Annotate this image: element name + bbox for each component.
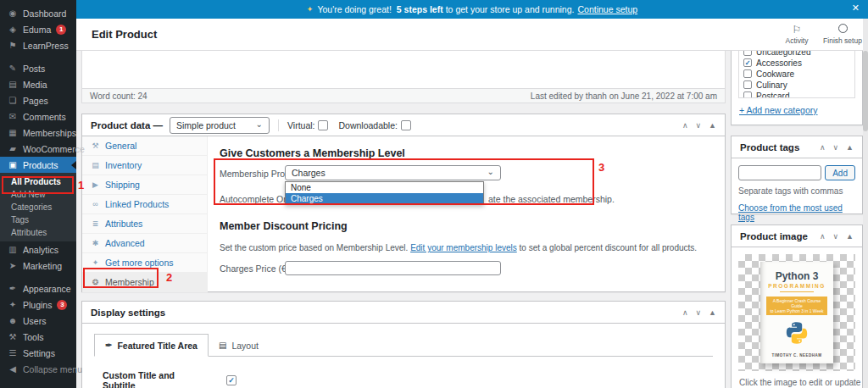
add-new-category-link[interactable]: + Add new category: [739, 105, 862, 115]
sidebar-item-learnpress[interactable]: ⚑LearnPress: [0, 37, 76, 53]
submenu-item-all-products[interactable]: All Products: [0, 175, 76, 188]
sidebar-item-media[interactable]: ▤Media: [0, 76, 76, 92]
tab-advanced[interactable]: ✱Advanced: [82, 234, 207, 253]
move-down-icon[interactable]: ∨: [832, 232, 838, 241]
submenu-item-tags[interactable]: Tags: [0, 213, 76, 226]
continue-setup-link[interactable]: Continue setup: [577, 4, 637, 14]
virtual-checkbox-label: Virtual:: [287, 120, 329, 130]
sidebar-item-plugins[interactable]: ✦Plugins3: [0, 297, 76, 313]
sidebar-item-marketing[interactable]: ➤Marketing: [0, 258, 76, 274]
sidebar-item-label: Eduma: [23, 25, 51, 35]
tab-layout[interactable]: ▤ Layout: [209, 334, 269, 357]
tab-attributes[interactable]: ≣Attributes: [82, 214, 207, 234]
move-down-icon[interactable]: ∨: [832, 143, 838, 152]
submenu-item-categories[interactable]: Categories: [0, 201, 76, 213]
postbox-controls: ∧ ∨ ▲: [820, 232, 854, 241]
toggle-panel-icon[interactable]: ▲: [709, 121, 716, 130]
membership-tab-content: Give Customers a Membership Level Member…: [208, 136, 725, 292]
sidebar-item-posts[interactable]: ✎Posts: [0, 60, 76, 76]
move-down-icon[interactable]: ∨: [695, 121, 701, 130]
category-checkbox[interactable]: [743, 80, 752, 89]
get-more-options-icon: ✦: [91, 258, 100, 267]
pages-icon: ❏: [8, 96, 18, 105]
charges-price-input[interactable]: [285, 261, 501, 275]
submenu-item-attributes[interactable]: Attributes: [0, 226, 76, 239]
flag-icon: ⚐: [775, 24, 819, 36]
product-categories-panel: Uncategorized Accessories Cookware Culin…: [731, 44, 863, 125]
tab-get-more-options[interactable]: ✦Get more options: [82, 253, 207, 273]
word-count: Word count: 24: [90, 91, 147, 101]
sidebar-item-woocommerce[interactable]: ▰WooCommerce: [0, 141, 76, 157]
sidebar-item-eduma[interactable]: ◈Eduma1: [0, 21, 76, 37]
autocomplete-description-tail: ate the associated membership.: [488, 194, 615, 204]
category-row-postcard: Postcard: [739, 91, 854, 98]
product-image-thumbnail[interactable]: Python 3 PROGRAMMING A Beginner Crash Co…: [738, 254, 855, 371]
toggle-panel-icon[interactable]: ▲: [846, 232, 854, 241]
most-used-tags-link[interactable]: Choose from the most used tags: [738, 203, 855, 222]
close-icon[interactable]: ✕: [852, 3, 860, 14]
sidebar-item-collapse-menu[interactable]: ◀Collapse menu: [0, 361, 76, 377]
sidebar-item-products[interactable]: ▣Products: [0, 157, 76, 173]
toggle-panel-icon[interactable]: ▲: [846, 143, 854, 152]
inventory-icon: ▤: [91, 161, 100, 169]
tab-featured-title-area[interactable]: ✒ Featured Title Area: [94, 334, 209, 357]
sidebar-item-comments[interactable]: ✉Comments: [0, 108, 76, 125]
virtual-checkbox[interactable]: [318, 120, 328, 130]
display-settings-header: Display settings ∧ ∨ ▲: [82, 302, 725, 324]
page-scrollbar[interactable]: [863, 19, 868, 388]
category-checkbox[interactable]: [743, 69, 752, 78]
product-image-header: Product image ∧ ∨ ▲: [732, 225, 862, 247]
dropdown-option-none[interactable]: None: [286, 182, 483, 193]
book-subtitle: PROGRAMMING: [768, 283, 825, 289]
tab-membership[interactable]: ❂Membership: [82, 273, 207, 292]
sidebar-item-dashboard[interactable]: ◉Dashboard: [0, 5, 76, 21]
category-checkbox[interactable]: [743, 58, 752, 67]
linked-products-icon: ∞: [91, 200, 100, 208]
new-tag-input[interactable]: [738, 165, 821, 180]
editor-status-bar: Word count: 24 Last edited by thanh on J…: [82, 88, 725, 103]
toggle-panel-icon[interactable]: ▲: [709, 308, 716, 317]
membership-icon: ❂: [91, 278, 100, 286]
display-settings-title: Display settings: [91, 308, 165, 318]
sidebar-item-pages[interactable]: ❏Pages: [0, 92, 76, 108]
sidebar-item-users[interactable]: ☻Users: [0, 313, 76, 329]
scrollbar-thumb[interactable]: [863, 51, 868, 131]
downloadable-checkbox[interactable]: [401, 120, 411, 130]
tab-shipping[interactable]: ▶Shipping: [82, 175, 207, 195]
move-up-icon[interactable]: ∧: [682, 121, 688, 130]
sidebar-item-appearance[interactable]: ✒Appearance: [0, 280, 76, 297]
tab-inventory[interactable]: ▤Inventory: [82, 156, 207, 175]
woocommerce-icon: ▰: [8, 144, 18, 153]
finish-setup-button[interactable]: Finish setup: [821, 24, 865, 45]
banner-text: You're doing great!: [317, 4, 391, 14]
sidebar-item-label: Plugins: [23, 300, 52, 310]
move-up-icon[interactable]: ∧: [820, 143, 826, 152]
progress-circle-icon: [821, 24, 865, 36]
book-banner: A Beginner Crash Course Guide to Learn P…: [766, 297, 827, 315]
sidebar-item-label: Collapse menu: [23, 364, 82, 374]
collapse-icon: ◀: [8, 364, 18, 374]
sidebar-item-settings[interactable]: ☰Settings: [0, 345, 76, 361]
move-up-icon[interactable]: ∧: [682, 308, 688, 317]
activity-button[interactable]: ⚐ Activity: [775, 24, 819, 45]
add-tag-button[interactable]: Add: [825, 165, 855, 180]
member-discount-pricing-heading: Member Discount Pricing: [220, 220, 348, 232]
sidebar-item-analytics[interactable]: ▥Analytics: [0, 241, 76, 258]
product-type-select[interactable]: Simple product ⌄: [170, 117, 270, 134]
move-down-icon[interactable]: ∨: [695, 308, 701, 317]
submenu-item-add-new[interactable]: Add New: [0, 188, 76, 201]
move-up-icon[interactable]: ∧: [820, 232, 826, 241]
custom-title-checkbox[interactable]: [226, 375, 236, 385]
current-item-arrow: [71, 161, 76, 169]
membership-product-select[interactable]: Charges ⌄: [285, 165, 501, 180]
dropdown-option-charges[interactable]: Charges: [286, 193, 483, 204]
edit-image-link[interactable]: Click the image to edit or update: [739, 378, 862, 387]
edit-membership-levels-link[interactable]: Edit your membership levels: [410, 243, 517, 252]
layout-icon: ▤: [219, 341, 226, 350]
sidebar-item-tools[interactable]: ⚒Tools: [0, 329, 76, 345]
category-checklist: Uncategorized Accessories Cookware Culin…: [738, 44, 855, 98]
tab-linked-products[interactable]: ∞Linked Products: [82, 195, 207, 214]
category-checkbox[interactable]: [743, 91, 752, 98]
sidebar-item-memberships[interactable]: ▦Memberships: [0, 125, 76, 141]
tab-general[interactable]: ⚒General: [82, 136, 207, 156]
